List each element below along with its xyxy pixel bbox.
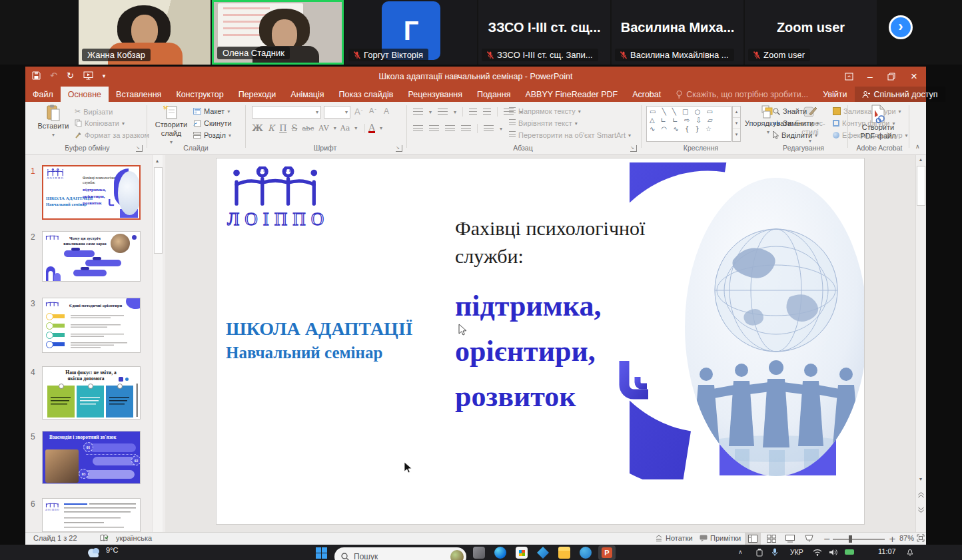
new-slide-button[interactable]: Створити слайд ▾	[152, 105, 191, 146]
copy-button[interactable]: Копіювати▾	[75, 119, 125, 127]
text-shadow-button[interactable]: abc	[302, 125, 314, 132]
fit-to-window-button[interactable]	[917, 534, 925, 542]
create-pdf-button[interactable]: Створити PDF-файл	[857, 105, 899, 140]
slide-thumbnail-5[interactable]: Взаємодія і зворотний зв'язок 01 02 03	[42, 431, 141, 484]
restore-button[interactable]	[881, 67, 902, 87]
tab-acrobat[interactable]: Acrobat	[625, 87, 668, 102]
view-sorter-button[interactable]	[763, 533, 779, 545]
increase-indent-icon[interactable]	[483, 109, 491, 116]
font-color-button[interactable]: А	[368, 124, 375, 133]
zoom-out-button[interactable]: −	[823, 534, 831, 544]
italic-button[interactable]: К	[268, 123, 274, 133]
taskbar-app-taskview[interactable]	[473, 547, 485, 559]
tab-transitions[interactable]: Переходи	[231, 87, 284, 102]
taskbar-app-telegram[interactable]	[580, 547, 592, 559]
gallery-scroll-down-icon[interactable]: ▾	[733, 117, 740, 129]
format-painter-button[interactable]: Формат за зразком	[75, 131, 149, 139]
minimize-button[interactable]: –	[859, 67, 881, 87]
justify-icon[interactable]	[461, 125, 471, 133]
gallery-scroll-up-icon[interactable]: ▴	[733, 107, 740, 117]
replace-button[interactable]: ab Замінити▾	[773, 119, 819, 127]
shrink-font-button[interactable]: Аˇ	[369, 107, 376, 115]
tray-clock[interactable]: 11:07	[878, 547, 896, 555]
tray-show-hidden-icons[interactable]: ∧	[738, 549, 743, 555]
font-size-combobox[interactable]: ▾	[324, 106, 350, 119]
zoom-slider-thumb[interactable]	[849, 535, 852, 543]
language-indicator[interactable]: українська	[116, 534, 152, 542]
taskbar-app-onedrive[interactable]	[537, 547, 549, 559]
tell-me-box[interactable]: Скажіть, що потрібно зробити...	[668, 87, 815, 102]
reset-button[interactable]: Скинути	[193, 119, 232, 127]
tray-wifi-icon[interactable]	[813, 549, 822, 556]
tab-file[interactable]: Файл	[25, 87, 61, 102]
scrollbar-thumb[interactable]	[917, 166, 925, 206]
find-button[interactable]: Знайти	[773, 107, 807, 115]
character-spacing-button[interactable]: AV	[318, 124, 328, 133]
tray-usb-icon[interactable]	[755, 549, 764, 557]
tab-abbyy[interactable]: ABBYY FineReader PDF	[518, 87, 625, 102]
zoom-slider-track[interactable]	[833, 539, 885, 540]
change-case-button[interactable]: Aa	[340, 124, 350, 133]
sign-in-button[interactable]: Увійти	[815, 87, 854, 102]
bullets-icon[interactable]	[413, 109, 423, 116]
clear-formatting-button[interactable]: А	[384, 107, 389, 116]
participant-tile-video-2[interactable]: Олена Стадник	[212, 0, 344, 65]
view-reading-button[interactable]	[782, 533, 798, 545]
view-slideshow-button[interactable]	[801, 533, 817, 545]
tab-slideshow[interactable]: Показ слайдів	[332, 87, 401, 102]
section-button[interactable]: Розділ▾	[193, 131, 231, 139]
align-right-icon[interactable]	[445, 125, 455, 133]
columns-icon[interactable]	[484, 125, 494, 133]
tray-mic-icon[interactable]	[771, 548, 778, 557]
thumbnail-scrollbar[interactable]: ▴	[152, 155, 163, 532]
align-text-button[interactable]: Вирівняти текст▾	[509, 119, 578, 127]
numbering-icon[interactable]	[438, 109, 448, 116]
mini-num-circle-2[interactable]: 02	[131, 455, 141, 465]
slide-thumbnail-3[interactable]: Єдині методичні орієнтири	[42, 298, 141, 353]
start-button[interactable]	[316, 547, 327, 559]
mini-num-circle-1[interactable]: 01	[83, 442, 93, 452]
paragraph-dialog-launcher[interactable]: ↘	[630, 145, 637, 152]
tray-language-indicator[interactable]: УКР	[790, 548, 803, 556]
cut-button[interactable]: ✂Вирізати	[75, 107, 113, 116]
zoom-percentage[interactable]: 87%	[899, 534, 914, 542]
font-dialog-launcher[interactable]: ↘	[396, 145, 402, 152]
previous-slide-button[interactable]	[916, 492, 925, 501]
tray-battery-icon[interactable]	[845, 549, 854, 555]
font-name-combobox[interactable]: ▾	[252, 106, 321, 119]
search-box[interactable]: Пошук	[334, 547, 466, 560]
shapes-gallery-scroll[interactable]: ▴ ▾ ▾	[732, 106, 741, 142]
paste-button[interactable]: Вставити ▾	[36, 105, 71, 139]
tray-volume-icon[interactable]	[829, 549, 837, 556]
participant-tile-name-3[interactable]: Zoom user Zoom user	[745, 0, 877, 65]
slide-thumbnail-1[interactable]: ЛОІППО ШКОЛА АДАПТАЦІЇ Навчальний семіна…	[42, 165, 141, 220]
close-button[interactable]: ×	[902, 67, 926, 87]
slide-thumbnail-4[interactable]: Наш фокус: не звіти, а якісна допомога	[42, 366, 141, 420]
collapse-ribbon-icon[interactable]: ∧	[915, 143, 920, 150]
slide-canvas[interactable]: ЛОІППО ШКОЛА АДАПТАЦІЇ Навчальний семіна…	[217, 158, 864, 524]
shapes-gallery[interactable]: ▭ ╲ ╲ □ ○ ▭ △ ∟ ∟ ⇨ ⇩ ▱ ∿ ◠ ∿ { } ☆	[646, 106, 731, 142]
thumb-scroll-up[interactable]: ▴	[153, 156, 162, 166]
participant-tile-name-1[interactable]: ЗЗСО І-ІІІ ст. сщ... ЗЗСО І-ІІІ ст. сщ. …	[478, 0, 610, 65]
tab-animations[interactable]: Анімація	[283, 87, 331, 102]
scroll-down-button[interactable]: ▾	[916, 475, 925, 484]
editor-scrollbar[interactable]: ▴ ▾	[915, 155, 925, 532]
tab-design[interactable]: Конструктор	[169, 87, 231, 102]
decrease-indent-icon[interactable]	[469, 109, 477, 116]
select-button[interactable]: Виділити▾	[773, 131, 817, 139]
weather-widget[interactable]: 9°C	[87, 546, 118, 558]
next-videos-button[interactable]: ›	[889, 15, 913, 39]
participant-tile-avatar[interactable]: Г Горгут Вікторія	[345, 0, 477, 65]
ribbon-display-options-button[interactable]	[838, 67, 859, 87]
thumb-scroll-thumb[interactable]	[154, 167, 163, 254]
tray-notifications-icon[interactable]	[906, 548, 914, 557]
zoom-in-button[interactable]: +	[889, 534, 896, 544]
gallery-more-icon[interactable]: ▾	[733, 129, 740, 140]
mini-num-circle-3[interactable]: 03	[79, 469, 89, 479]
layout-button[interactable]: Макет▾	[193, 107, 230, 115]
tab-review[interactable]: Рецензування	[400, 87, 469, 102]
comments-button[interactable]: Примітки	[700, 534, 741, 542]
strikethrough-button[interactable]: S	[291, 123, 297, 133]
next-slide-button[interactable]	[916, 507, 925, 516]
taskbar-app-powerpoint-active[interactable]: P	[598, 545, 616, 560]
